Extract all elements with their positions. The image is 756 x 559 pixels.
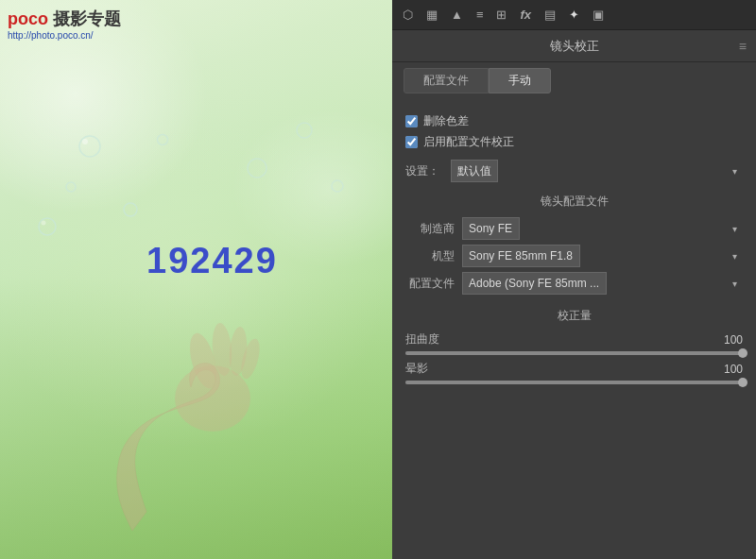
- checkbox-profile[interactable]: [405, 136, 418, 148]
- vignette-thumb[interactable]: [738, 378, 747, 387]
- model-dropdown[interactable]: Sony FE 85mm F1.8: [462, 245, 580, 267]
- watermark-rest: 摄影专题: [48, 9, 121, 28]
- toolbar-icon-triangle[interactable]: ▲: [448, 6, 466, 24]
- model-dropdown-wrapper: Sony FE 85mm F1.8: [462, 245, 743, 267]
- vignette-slider-header: 晕影 100: [405, 361, 743, 377]
- panel-menu-icon[interactable]: ≡: [739, 39, 747, 54]
- tab-manual[interactable]: 手动: [489, 68, 551, 93]
- toolbar-icon-fx[interactable]: fx: [517, 6, 534, 24]
- watermark-url: http://photo.poco.cn/: [8, 30, 121, 41]
- svg-point-1: [39, 218, 56, 235]
- toolbar-icon-tone[interactable]: ⊞: [493, 6, 509, 24]
- right-panel: ⬡ ▦ ▲ ≡ ⊞ fx ▤ ✦ ▣ 镜头校正 ≡ 配置文件 手动 删除色差 启…: [392, 0, 756, 559]
- vignette-label: 晕影: [405, 361, 428, 377]
- settings-dropdown-wrapper: 默认值: [451, 160, 743, 182]
- correction-section-title: 校正量: [405, 308, 743, 324]
- vignette-track: [405, 381, 743, 384]
- distortion-fill: [405, 351, 743, 355]
- profile-file-dropdown-wrapper: Adobe (Sony FE 85mm ...: [462, 272, 743, 295]
- settings-row: 设置： 默认值: [405, 160, 743, 182]
- distortion-slider-header: 扭曲度 100: [405, 331, 743, 347]
- manufacturer-row: 制造商 Sony FE: [405, 217, 743, 240]
- settings-dropdown[interactable]: 默认值: [451, 160, 498, 182]
- watermark-poco: poco: [8, 9, 48, 28]
- distortion-label: 扭曲度: [405, 331, 439, 347]
- checkbox-chromatic-label: 删除色差: [423, 113, 469, 129]
- vignette-fill: [405, 381, 743, 384]
- svg-point-2: [124, 203, 137, 216]
- toolbar-icon-grid[interactable]: ▦: [423, 6, 440, 24]
- lens-profile-section-title: 镜头配置文件: [405, 194, 743, 210]
- manufacturer-label: 制造商: [405, 221, 455, 237]
- toolbar: ⬡ ▦ ▲ ≡ ⊞ fx ▤ ✦ ▣: [392, 0, 756, 30]
- checkbox-profile-label: 启用配置文件校正: [423, 134, 514, 150]
- checkbox-row-profile: 启用配置文件校正: [405, 134, 743, 150]
- toolbar-icon-histogram[interactable]: ⬡: [400, 6, 416, 24]
- tabs-container: 配置文件 手动: [392, 62, 756, 99]
- manufacturer-dropdown[interactable]: Sony FE: [462, 217, 520, 240]
- model-row: 机型 Sony FE 85mm F1.8: [405, 245, 743, 267]
- svg-point-9: [42, 221, 46, 226]
- profile-file-label: 配置文件: [405, 276, 455, 292]
- photo-panel: poco 摄影专题 http://photo.poco.cn/ 192429: [0, 0, 392, 559]
- distortion-track: [405, 351, 743, 355]
- checkbox-row-chromatic: 删除色差: [405, 113, 743, 129]
- vignette-value: 100: [714, 363, 743, 376]
- toolbar-icon-list[interactable]: ≡: [473, 6, 487, 24]
- vignette-slider-row: 晕影 100: [405, 361, 743, 384]
- panel-header: 镜头校正 ≡: [392, 30, 756, 62]
- panel-title: 镜头校正: [550, 38, 599, 55]
- checkbox-chromatic[interactable]: [405, 115, 418, 127]
- watermark: poco 摄影专题 http://photo.poco.cn/: [8, 8, 121, 41]
- manufacturer-dropdown-wrapper: Sony FE: [462, 217, 743, 240]
- model-label: 机型: [405, 248, 455, 264]
- distortion-thumb[interactable]: [738, 348, 747, 358]
- profile-file-dropdown[interactable]: Adobe (Sony FE 85mm ...: [462, 272, 607, 295]
- content-area: 删除色差 启用配置文件校正 设置： 默认值 镜头配置文件 制造商 Sony FE: [392, 99, 756, 559]
- toolbar-icon-lens[interactable]: ✦: [566, 6, 582, 24]
- profile-file-row: 配置文件 Adobe (Sony FE 85mm ...: [405, 272, 743, 295]
- distortion-value: 100: [714, 333, 743, 347]
- watermark-title: poco 摄影专题: [8, 8, 121, 30]
- tab-profile[interactable]: 配置文件: [404, 68, 489, 93]
- toolbar-icon-detail[interactable]: ▤: [541, 6, 558, 24]
- watermark-number: 192429: [146, 241, 278, 281]
- toolbar-icon-camera[interactable]: ▣: [590, 6, 607, 24]
- distortion-slider-row: 扭曲度 100: [405, 331, 743, 355]
- settings-label: 设置：: [405, 163, 443, 179]
